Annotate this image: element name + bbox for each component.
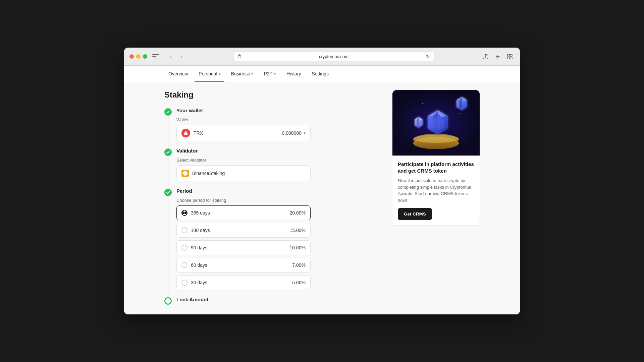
promo-image — [392, 90, 480, 156]
share-button[interactable] — [481, 52, 490, 61]
step-wallet-icon — [164, 108, 172, 116]
wallet-field-label: Wallet — [176, 117, 382, 122]
period-option-60[interactable]: 60 days 7.00% — [176, 258, 311, 273]
promo-card: Participate in platform activities and g… — [392, 90, 480, 225]
svg-rect-4 — [510, 57, 512, 59]
forward-button[interactable]: › — [177, 52, 186, 61]
step-lock-amount: Lock Amount — [164, 297, 382, 302]
step-period: Period Choose period for staking 365 day… — [164, 188, 382, 290]
traffic-lights — [129, 54, 147, 59]
svg-point-25 — [416, 133, 416, 134]
svg-rect-2 — [510, 54, 512, 56]
validator-field-label: Select validator — [176, 158, 382, 163]
svg-point-23 — [422, 103, 423, 104]
maximize-button[interactable] — [143, 54, 147, 59]
period-rate-30: 5.00% — [292, 280, 306, 285]
browser-controls: ‹ › — [151, 52, 186, 61]
wallet-select-left: TRX — [181, 129, 203, 137]
step-wallet: Your wallet Wallet — [164, 108, 382, 141]
svg-rect-3 — [507, 57, 509, 59]
period-option-90[interactable]: 90 days 10.00% — [176, 240, 311, 255]
step-wallet-title: Your wallet — [176, 108, 382, 113]
wallet-selector[interactable]: TRX 0.000000 ▾ — [176, 125, 311, 141]
reload-button[interactable]: ↻ — [426, 54, 430, 59]
period-left-90: 90 days — [181, 245, 207, 251]
page-content: Overview Personal ▾ Business ▾ P2P ▾ His… — [124, 66, 520, 314]
nav-item-personal[interactable]: Personal ▾ — [195, 66, 224, 82]
period-label-90: 90 days — [191, 245, 207, 250]
period-options: 365 days 20.00% 180 days 15.00% — [176, 205, 311, 290]
period-left-60: 60 days — [181, 262, 207, 268]
radio-365 — [181, 210, 187, 216]
get-crms-button[interactable]: Get CRMS — [398, 208, 432, 220]
browser-actions — [481, 52, 515, 61]
url-text: cryptomus.com — [244, 54, 423, 59]
period-label-365: 365 days — [191, 210, 210, 216]
promo-description: Now it is possible to earn crypto by com… — [398, 177, 474, 203]
svg-point-5 — [181, 129, 190, 137]
svg-rect-0 — [238, 56, 241, 58]
step-lock-amount-icon — [164, 297, 172, 305]
svg-point-24 — [459, 113, 460, 114]
wallet-currency: TRX — [194, 130, 203, 136]
wallet-chevron-icon: ▾ — [304, 131, 306, 135]
nav-item-business[interactable]: Business ▾ — [227, 66, 257, 82]
period-label-180: 180 days — [191, 228, 210, 233]
validator-name: BinanceStaking — [192, 171, 225, 176]
step-validator-icon — [164, 148, 172, 156]
period-option-365[interactable]: 365 days 20.00% — [176, 205, 311, 220]
period-left-180: 180 days — [181, 227, 210, 233]
url-bar[interactable]: cryptomus.com ↻ — [233, 52, 434, 61]
sidebar-toggle-button[interactable] — [151, 53, 160, 60]
step-lock-amount-title: Lock Amount — [176, 297, 382, 302]
personal-arrow-icon: ▾ — [219, 72, 220, 76]
nav-item-p2p[interactable]: P2P ▾ — [260, 66, 279, 82]
nav-item-overview[interactable]: Overview — [164, 66, 192, 82]
step-validator: Validator Select validator BinanceStakin… — [164, 148, 382, 181]
svg-point-9 — [413, 135, 459, 143]
close-button[interactable] — [129, 54, 134, 59]
step-period-title: Period — [176, 188, 382, 194]
period-rate-365: 20.00% — [290, 210, 306, 216]
nav-item-history[interactable]: History — [282, 66, 305, 82]
svg-rect-1 — [507, 54, 509, 56]
validator-selector[interactable]: BinanceStaking — [176, 165, 311, 181]
binance-icon — [181, 170, 189, 177]
radio-180 — [181, 227, 187, 233]
page-title: Staking — [164, 90, 382, 100]
new-tab-button[interactable] — [493, 52, 502, 61]
promo-body: Participate in platform activities and g… — [392, 156, 480, 225]
right-panel: Participate in platform activities and g… — [392, 90, 480, 306]
period-rate-180: 15.00% — [290, 228, 306, 233]
browser-titlebar: ‹ › cryptomus.com ↻ — [124, 48, 520, 66]
period-label-30: 30 days — [191, 280, 207, 285]
minimize-button[interactable] — [136, 54, 141, 59]
step-validator-title: Validator — [176, 148, 382, 154]
radio-30 — [181, 280, 187, 286]
staking-content: Staking Your wallet Wallet — [164, 90, 382, 306]
trx-icon — [181, 129, 190, 137]
radio-60 — [181, 262, 187, 268]
period-rate-60: 7.00% — [292, 262, 306, 268]
period-rate-90: 10.00% — [290, 245, 306, 250]
timeline-wrapper: Your wallet Wallet — [164, 108, 382, 302]
browser-window: ‹ › cryptomus.com ↻ — [124, 48, 520, 314]
nav-item-settings[interactable]: Settings — [308, 66, 333, 82]
period-label-60: 60 days — [191, 262, 207, 268]
period-left-30: 30 days — [181, 280, 207, 286]
period-description: Choose period for staking — [176, 198, 382, 203]
main-area: Staking Your wallet Wallet — [124, 82, 520, 314]
main-navigation: Overview Personal ▾ Business ▾ P2P ▾ His… — [124, 66, 520, 82]
period-left-365: 365 days — [181, 210, 210, 216]
business-arrow-icon: ▾ — [251, 72, 253, 76]
step-period-icon — [164, 189, 172, 196]
grid-button[interactable] — [505, 52, 515, 61]
period-option-180[interactable]: 180 days 15.00% — [176, 223, 311, 238]
promo-title: Participate in platform activities and g… — [398, 161, 474, 174]
lock-icon — [237, 54, 241, 59]
radio-90 — [181, 245, 187, 251]
back-button[interactable]: ‹ — [166, 52, 175, 61]
wallet-balance: 0.000000 ▾ — [282, 130, 306, 136]
p2p-arrow-icon: ▾ — [274, 72, 276, 76]
period-option-30[interactable]: 30 days 5.00% — [176, 275, 311, 290]
